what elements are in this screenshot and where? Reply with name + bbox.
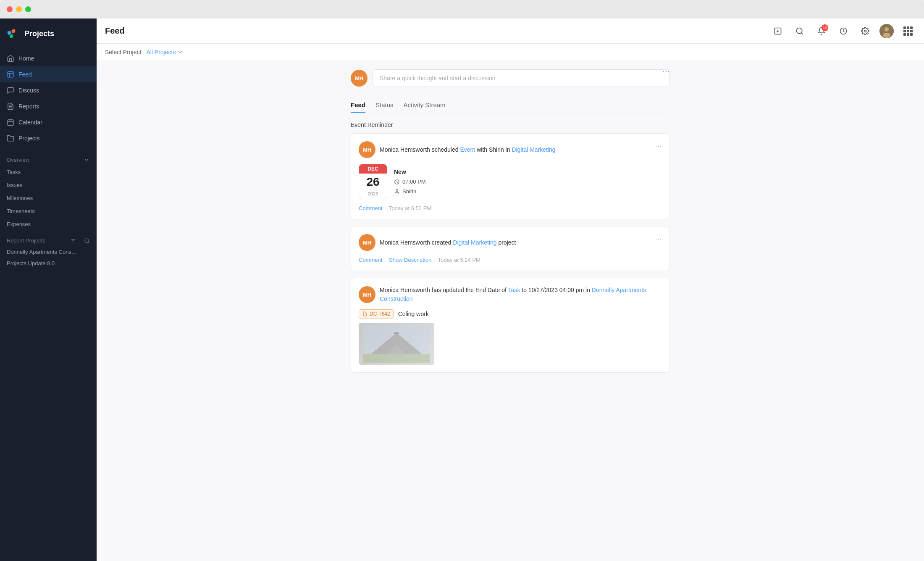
sidebar: Projects Home Feed (0, 18, 97, 561)
logo-icon (7, 27, 20, 40)
grid-icon (903, 26, 913, 36)
more-options-card1[interactable]: ··· (655, 141, 662, 150)
tab-status[interactable]: Status (375, 97, 394, 113)
sidebar-item-tasks[interactable]: Tasks (0, 166, 97, 179)
filter-icon[interactable] (70, 238, 76, 244)
add-button[interactable] (770, 24, 785, 39)
apps-button[interactable] (900, 24, 916, 39)
header: Feed (97, 18, 924, 44)
event-details: New 07:00 PM (394, 164, 426, 199)
post-input[interactable]: Share a quick thought and start a discus… (373, 69, 670, 87)
current-user-avatar: MH (351, 70, 368, 87)
svg-text:ROOF VIEW: ROOF VIEW (367, 358, 382, 361)
event-status: New (394, 169, 426, 175)
user-avatar-mh-3: MH (359, 286, 375, 303)
search-button[interactable] (792, 24, 807, 39)
notifications-button[interactable]: 10 (814, 24, 829, 39)
svg-point-25 (885, 27, 889, 32)
section-actions: | (70, 238, 90, 244)
svg-rect-32 (394, 332, 399, 334)
feed-card-task: MH Monica Hemsworth has updated the End … (351, 278, 670, 373)
sidebar-item-feed[interactable]: Feed (0, 66, 97, 82)
tab-feed[interactable]: Feed (351, 97, 365, 113)
search-icon[interactable] (84, 238, 90, 244)
show-description-link[interactable]: Show Description (389, 257, 431, 263)
gear-icon (861, 27, 869, 35)
feed-card-text-3: Monica Hemsworth has updated the End Dat… (380, 286, 662, 303)
event-block: Dec 26 2023 New 07:00 PM (359, 164, 662, 199)
reports-icon (7, 103, 14, 110)
sidebar-item-projects[interactable]: Projects (0, 130, 97, 146)
digital-marketing-link-1[interactable]: Digital Marketing (512, 146, 555, 153)
more-options-top[interactable]: ··· (662, 66, 670, 77)
avatar[interactable] (879, 24, 894, 38)
calendar-icon (7, 119, 14, 126)
calendar-box: Dec 26 2023 (359, 164, 387, 199)
sidebar-nav: Home Feed Discuss (0, 47, 97, 150)
sidebar-item-discuss[interactable]: Discuss (0, 82, 97, 98)
sidebar-item-reports[interactable]: Reports (0, 98, 97, 114)
sidebar-item-issues[interactable]: Issues (0, 179, 97, 192)
digital-marketing-link-2[interactable]: Digital Marketing (453, 239, 496, 246)
main-content: Feed (97, 18, 924, 561)
sub-header: Select Project All Projects (97, 44, 924, 61)
svg-rect-2 (9, 34, 13, 38)
section-label: Event Reminder (351, 121, 670, 128)
svg-line-16 (88, 242, 89, 243)
svg-point-20 (797, 28, 802, 33)
sidebar-item-home[interactable]: Home (0, 50, 97, 66)
more-options-card2[interactable]: ··· (655, 234, 662, 242)
feed-card-user: MH Monica Hemsworth scheduled Event with… (359, 141, 556, 158)
task-tag-row: DC-T642 Celing work (359, 309, 662, 319)
card-footer-1: Comment · Today at 6:52 PM (359, 205, 662, 211)
svg-rect-0 (7, 31, 11, 35)
sidebar-item-milestones[interactable]: Milestones (0, 192, 97, 205)
feed-card-project: MH Monica Hemsworth created Digital Mark… (351, 226, 670, 271)
svg-point-23 (864, 30, 866, 32)
feed-card-user-3: MH Monica Hemsworth has updated the End … (359, 286, 662, 303)
roof-image: ROOF VIEW (359, 323, 434, 365)
tab-activity-stream[interactable]: Activity Stream (404, 97, 446, 113)
clock-icon (394, 179, 400, 185)
event-day: 26 (359, 174, 387, 190)
recent-project-update[interactable]: Projects Update 8.0 (0, 258, 97, 269)
logo-text: Projects (24, 29, 54, 38)
event-link[interactable]: Event (460, 146, 475, 153)
page-title: Feed (105, 26, 125, 36)
feed-card-text-2: Monica Hemsworth created Digital Marketi… (380, 238, 516, 247)
avatar-image (879, 24, 894, 38)
window-bar (0, 0, 924, 18)
event-person: Shirin (394, 188, 426, 195)
minimize-dot[interactable] (16, 6, 22, 12)
person-icon (394, 189, 400, 195)
all-projects-dropdown[interactable]: All Projects (146, 49, 183, 55)
recent-project-donnelly[interactable]: Donnelly Apartments Cons... (0, 246, 97, 258)
svg-line-21 (801, 32, 803, 34)
comment-link-2[interactable]: Comment (359, 257, 382, 263)
user-avatar-mh: MH (359, 141, 375, 158)
event-month: Dec (359, 164, 387, 174)
sidebar-item-expenses[interactable]: Expenses (0, 218, 97, 231)
recent-projects-section: Recent Projects | (0, 231, 97, 246)
header-actions: 10 (770, 24, 916, 39)
task-tag-icon (362, 311, 368, 316)
roof-svg: ROOF VIEW (363, 325, 430, 363)
chevron-down-icon (83, 156, 90, 163)
timer-button[interactable] (836, 24, 851, 39)
close-dot[interactable] (7, 6, 13, 12)
user-avatar-mh-2: MH (359, 234, 375, 251)
sidebar-item-calendar[interactable]: Calendar (0, 114, 97, 130)
home-icon (7, 55, 14, 62)
select-project-label: Select Project (105, 49, 141, 55)
task-tag[interactable]: DC-T642 (359, 309, 394, 319)
notification-badge: 10 (822, 24, 828, 31)
chevron-down-icon (177, 49, 183, 55)
settings-button[interactable] (858, 24, 873, 39)
feed-card-header: MH Monica Hemsworth scheduled Event with… (359, 141, 662, 158)
sidebar-item-timesheets[interactable]: Timesheets (0, 205, 97, 218)
discuss-icon (7, 87, 14, 94)
maximize-dot[interactable] (25, 6, 31, 12)
task-link[interactable]: Task (508, 287, 520, 293)
feed-tabs: Feed Status Activity Stream (351, 97, 670, 113)
comment-link-1[interactable]: Comment (359, 205, 382, 211)
